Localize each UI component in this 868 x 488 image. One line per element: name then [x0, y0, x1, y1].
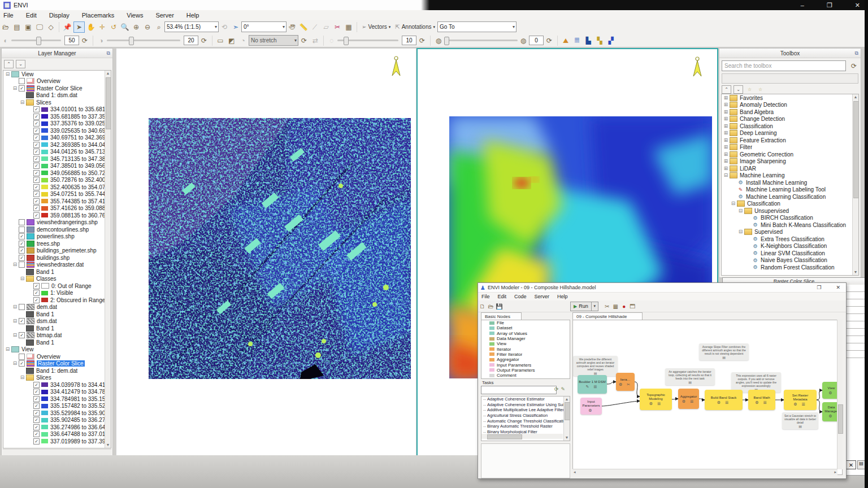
layer-row[interactable]: ✓0: Out of Range — [3, 282, 111, 290]
tasks-refresh-icon[interactable]: ⟳ — [554, 386, 559, 392]
open-file-icon[interactable]: 🗁 — [1, 22, 11, 32]
toolbox-row[interactable]: ⊞Geometric Correction — [722, 151, 858, 158]
toolbox-search-input[interactable]: Search the toolbox — [722, 60, 846, 71]
contrast-slider[interactable] — [107, 40, 180, 41]
expander-icon[interactable]: ⊟ — [12, 319, 18, 324]
zoom-out-icon[interactable]: ⊖ — [142, 22, 153, 32]
toolbox-row[interactable]: ⚙Extra Trees Classification — [722, 236, 858, 243]
restore-button[interactable]: ❐ — [827, 2, 832, 9]
visibility-checkbox[interactable] — [19, 226, 25, 233]
toolbox-row[interactable]: ⊞Change Detection — [722, 116, 858, 123]
layer-row[interactable]: ✓335.529984 to 335.902 — [3, 409, 111, 417]
new-model-icon[interactable]: 🗋 — [478, 303, 487, 310]
toolbox-row[interactable]: ⊞Anomaly Detection — [722, 102, 858, 109]
expander-icon[interactable]: ⊟ — [12, 86, 18, 91]
visibility-checkbox[interactable]: ✓ — [33, 170, 40, 176]
layer-row[interactable]: ✓350.72876 to 352.4006 — [3, 177, 111, 184]
visibility-checkbox[interactable]: ✓ — [33, 205, 40, 211]
zoom-combobox[interactable]: 53.4% (1:1.5)▾ — [164, 21, 219, 32]
menu-server[interactable]: Server — [155, 12, 173, 19]
roi-tool-icon[interactable]: ✂ — [332, 22, 342, 32]
visibility-checkbox[interactable]: ✓ — [33, 431, 40, 437]
layer-row[interactable]: Overview — [3, 353, 111, 360]
layer-row[interactable]: ⊟Slices — [3, 99, 111, 106]
toolbox-row[interactable]: ⚙Machine Learning Classification — [722, 193, 858, 201]
menu-edit[interactable]: Edit — [26, 12, 37, 19]
data-manager-icon[interactable]: ▤ — [12, 22, 22, 32]
rotate-left-icon[interactable]: ⟲ — [219, 22, 229, 32]
visibility-checkbox[interactable]: ✓ — [33, 177, 40, 183]
layer-row[interactable]: ✓359.088135 to 360.760 — [3, 212, 111, 219]
visibility-checkbox[interactable]: ✓ — [33, 142, 40, 148]
visibility-checkbox[interactable]: ✓ — [33, 120, 40, 127]
visibility-checkbox[interactable]: ✓ — [33, 191, 40, 197]
crosshair-icon[interactable]: ◇ — [46, 22, 56, 32]
tasks-edit-icon[interactable]: ✎ — [561, 386, 566, 392]
tasks-vscrollbar[interactable]: ▲▼ — [563, 396, 570, 441]
visibility-checkbox[interactable]: ✓ — [33, 424, 40, 430]
menu-edit[interactable]: Edit — [498, 294, 507, 299]
layer-row[interactable]: ✓352.400635 to 354.072 — [3, 184, 111, 191]
visibility-checkbox[interactable]: ✓ — [33, 382, 40, 388]
layer-row[interactable]: ✓345.713135 to 347.385 — [3, 155, 111, 163]
visibility-checkbox[interactable]: ✓ — [19, 85, 25, 91]
layer-row[interactable]: ⊟✓Raster Color Slice — [3, 85, 111, 92]
rotate-north-icon[interactable]: ➣ — [231, 22, 241, 32]
toolbox-refresh-icon[interactable]: ⟳ — [849, 61, 859, 71]
visibility-checkbox[interactable]: ✓ — [19, 247, 25, 254]
series-icon[interactable]: ▙ — [583, 36, 593, 46]
layer-row[interactable]: viewshedrangerings.shp — [3, 219, 111, 226]
basic-node-row[interactable]: Comment — [481, 373, 570, 378]
modeler-maximize-button[interactable]: ❐ — [817, 285, 821, 290]
layer-row[interactable]: ✓334.784981 to 335.157 — [3, 395, 111, 403]
comment-node[interactable]: We predefine the different azimuth angle… — [573, 356, 618, 376]
open-model-icon[interactable]: 🗁 — [487, 303, 495, 310]
toolbox-row[interactable]: ⚙BIRCH Classification — [722, 215, 858, 222]
stretch-apply-icon[interactable]: ◩ — [227, 36, 237, 46]
toolbox-row[interactable]: ⊞Classification — [722, 123, 858, 130]
layer-row[interactable]: ✓336.647488 to 337.019 — [3, 431, 111, 438]
pan-hand-icon[interactable]: ✋ — [86, 22, 96, 32]
menu-display[interactable]: Display — [49, 12, 70, 19]
expander-icon[interactable]: ⊞ — [723, 95, 728, 101]
rotation-combobox[interactable]: 0°▾ — [241, 21, 287, 32]
basic-node-row[interactable]: Dataset — [481, 325, 570, 330]
toolbox-row[interactable]: ⚙Naive Bayes Classification — [722, 257, 858, 264]
zoom-icon[interactable]: 🔍 — [120, 22, 130, 32]
expander-icon[interactable]: ⊟ — [12, 361, 18, 366]
visibility-checkbox[interactable]: ✓ — [19, 360, 25, 367]
visibility-checkbox[interactable] — [19, 354, 25, 360]
layer-row[interactable]: ✓buildings_perimeter.shp — [3, 247, 111, 255]
vectors-dropdown[interactable]: ➢Vectors▾ — [362, 24, 390, 30]
layer-row[interactable]: ✓347.38501 to 349.0568 — [3, 163, 111, 170]
layer-row[interactable]: Band 1 — [3, 311, 111, 318]
model-canvas[interactable]: We predefine the different azimuth angle… — [572, 320, 843, 475]
visibility-checkbox[interactable]: ✓ — [19, 332, 25, 338]
toolbox-row[interactable]: ⊞Favorites — [722, 94, 858, 102]
model-node-topo[interactable]: Topographic Modeling⚙ ☰ — [640, 389, 672, 410]
basic-node-row[interactable]: Data Manager — [481, 336, 570, 341]
visibility-checkbox[interactable]: ✓ — [33, 410, 40, 416]
menu-code[interactable]: Code — [514, 294, 527, 299]
toolbox-row[interactable]: ⊞Image Sharpening — [722, 158, 858, 165]
collapse-all-button[interactable]: ⌃ — [722, 85, 731, 94]
expander-icon[interactable]: ⊟ — [20, 276, 25, 281]
minimize-button[interactable]: – — [801, 2, 804, 8]
toolbox-row[interactable]: ⚙Random Forest Classification — [722, 264, 858, 271]
comment-node[interactable]: An aggregator catches the iterator loop,… — [665, 368, 715, 385]
views-layout-icon[interactable]: 🖵 — [34, 22, 45, 32]
layer-row[interactable]: ✓355.744385 to 357.416 — [3, 198, 111, 205]
visibility-checkbox[interactable]: ✓ — [33, 212, 40, 219]
task-row[interactable]: --Adaptive Coherence Estimator Using Sub… — [481, 402, 570, 408]
run-dropdown[interactable]: ▾ — [592, 302, 598, 311]
layer-row[interactable]: ⊟dem.dat — [3, 304, 111, 311]
model-node-inp[interactable]: Input Parameters⚙ — [580, 398, 602, 415]
layer-row[interactable]: ✓2: Obscured in Range — [3, 297, 111, 304]
layer-row[interactable]: ✓334.01001 to 335.6818 — [3, 106, 111, 114]
layer-row[interactable]: ⊟Classes — [3, 276, 111, 283]
model-node-file[interactable]: Boulder 1 M DSM✎ ☰ — [578, 375, 607, 394]
visibility-checkbox[interactable] — [19, 304, 25, 310]
layer-row[interactable]: Band 1: dsm.dat — [3, 92, 111, 99]
expander-icon[interactable]: ⊞ — [723, 138, 728, 143]
visibility-checkbox[interactable]: ✓ — [33, 198, 40, 204]
